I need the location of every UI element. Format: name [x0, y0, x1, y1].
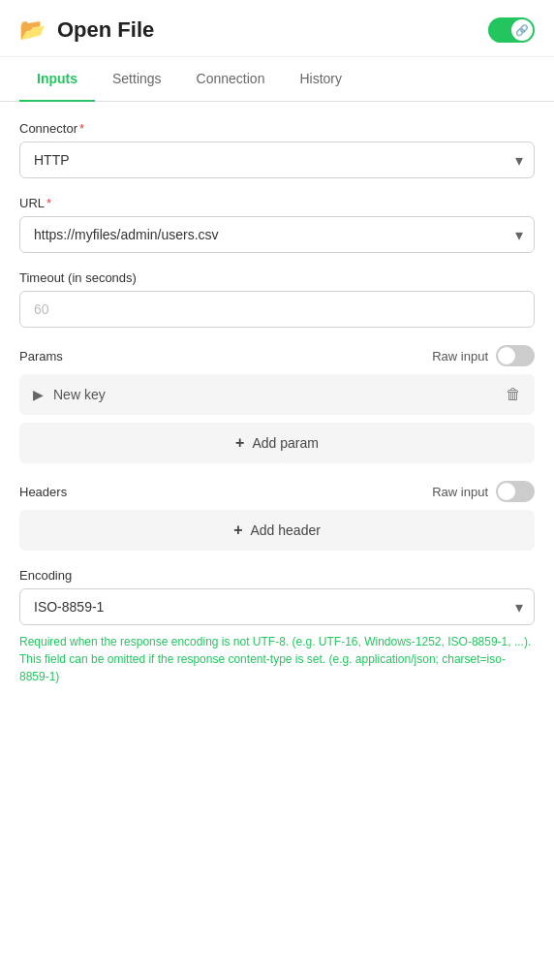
url-required: * — [46, 196, 51, 210]
params-label: Params — [19, 349, 63, 364]
encoding-helper-text: Required when the response encoding is n… — [19, 633, 535, 685]
tab-settings[interactable]: Settings — [95, 57, 179, 102]
timeout-label: Timeout (in seconds) — [19, 270, 535, 285]
headers-raw-input-label: Raw input — [432, 485, 488, 499]
encoding-section: Encoding ISO-8859-1 UTF-8 UTF-16 Windows… — [19, 568, 535, 685]
params-raw-input-row: Raw input — [432, 345, 535, 366]
add-header-button[interactable]: + Add header — [19, 510, 535, 551]
url-select-wrapper: https://myfiles/admin/users.csv ▾ — [19, 216, 535, 253]
connector-section: Connector * HTTP HTTPS FTP ▾ — [19, 121, 535, 178]
add-param-label: Add param — [252, 435, 318, 451]
headers-toggle-knob — [498, 483, 515, 500]
connector-label: Connector * — [19, 121, 535, 136]
params-header-row: Params Raw input — [19, 345, 535, 366]
headers-label: Headers — [19, 485, 67, 499]
header: 📂 Open File — [0, 0, 554, 57]
header-left: 📂 Open File — [19, 17, 154, 43]
connector-select[interactable]: HTTP HTTPS FTP — [19, 142, 535, 178]
params-raw-input-label: Raw input — [432, 349, 488, 364]
url-label: URL * — [19, 196, 535, 210]
headers-raw-input-toggle[interactable] — [496, 481, 535, 502]
timeout-input[interactable] — [19, 291, 535, 328]
enable-toggle[interactable] — [488, 17, 535, 43]
open-file-icon: 📂 — [19, 17, 46, 43]
form-content: Connector * HTTP HTTPS FTP ▾ URL * https… — [0, 102, 554, 722]
param-row: ▶ New key 🗑 — [19, 374, 535, 415]
tab-inputs[interactable]: Inputs — [19, 57, 95, 102]
param-key-label: New key — [53, 387, 106, 402]
url-select[interactable]: https://myfiles/admin/users.csv — [19, 216, 535, 253]
params-toggle-knob — [498, 347, 515, 364]
tab-connection[interactable]: Connection — [179, 57, 283, 102]
connector-select-wrapper: HTTP HTTPS FTP ▾ — [19, 142, 535, 178]
timeout-section: Timeout (in seconds) — [19, 270, 535, 328]
param-row-left: ▶ New key — [33, 387, 106, 402]
headers-section: Headers Raw input + Add header — [19, 481, 535, 551]
params-raw-input-toggle[interactable] — [496, 345, 535, 366]
tab-history[interactable]: History — [282, 57, 359, 102]
params-section: Params Raw input ▶ New key 🗑 + Add param — [19, 345, 535, 463]
url-section: URL * https://myfiles/admin/users.csv ▾ — [19, 196, 535, 253]
add-param-button[interactable]: + Add param — [19, 423, 535, 463]
encoding-label: Encoding — [19, 568, 535, 583]
add-header-label: Add header — [250, 522, 320, 538]
connector-required: * — [79, 121, 84, 136]
add-header-plus-icon: + — [233, 522, 242, 539]
param-expand-icon[interactable]: ▶ — [33, 387, 44, 402]
tabs-bar: Inputs Settings Connection History — [0, 57, 554, 102]
toggle-knob — [511, 19, 533, 41]
headers-header-row: Headers Raw input — [19, 481, 535, 502]
add-param-plus-icon: + — [235, 434, 244, 452]
page-title: Open File — [57, 17, 154, 43]
headers-raw-input-row: Raw input — [432, 481, 535, 502]
encoding-select[interactable]: ISO-8859-1 UTF-8 UTF-16 Windows-1252 — [19, 588, 535, 625]
param-delete-icon[interactable]: 🗑 — [506, 386, 521, 403]
encoding-select-wrapper: ISO-8859-1 UTF-8 UTF-16 Windows-1252 ▾ — [19, 588, 535, 625]
